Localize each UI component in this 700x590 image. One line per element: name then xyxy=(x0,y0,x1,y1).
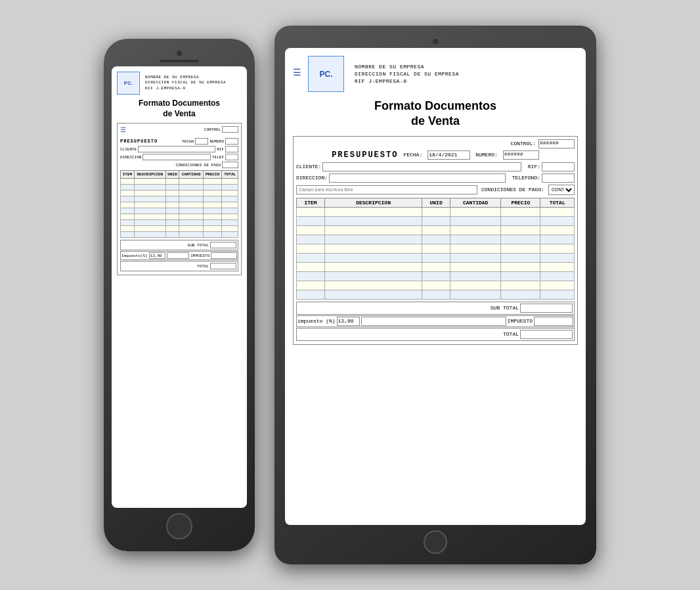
phone-doc-header: PC. NOMBRE DE SU EMPRESA DIRECCION FISCA… xyxy=(117,72,242,95)
tablet-totals: SUB TOTAL impuesto (%) 12,00 IMPUESTO xyxy=(296,302,575,341)
phone-items-table: ITEM DESCRIPCION UNID CANTIDAD PRECIO TO… xyxy=(120,170,238,238)
phone-company-info: NOMBRE DE SU EMPRESA DIRECCION FISCAL DE… xyxy=(145,75,226,91)
phone-doc: PC. NOMBRE DE SU EMPRESA DIRECCION FISCA… xyxy=(112,66,247,283)
table-row xyxy=(297,235,575,244)
phone-col-total: TOTAL xyxy=(222,171,238,179)
table-row xyxy=(297,244,575,253)
tablet-imp-total-input[interactable] xyxy=(534,317,573,326)
tablet-impuesto-row: impuesto (%) 12,00 IMPUESTO xyxy=(296,315,575,327)
phone-menu-icon[interactable]: ☰ xyxy=(120,126,126,134)
phone-subtotal-input[interactable] xyxy=(210,242,236,248)
tablet-total-input[interactable] xyxy=(520,330,573,339)
tablet-camera xyxy=(433,39,438,44)
phone-telef-input[interactable] xyxy=(225,154,238,160)
phone-imp-value-input[interactable] xyxy=(167,252,190,259)
phone-doc-title: Formato Documentos de Venta xyxy=(117,99,242,119)
table-row xyxy=(297,262,575,271)
tablet-top-bar: ☰ PC. NOMBRE DE SU EMPRESA DIRECCION FIS… xyxy=(293,56,578,92)
phone-cliente-row: CLIENTE RIF xyxy=(120,146,238,152)
tablet-col-desc: DESCRIPCION xyxy=(325,198,422,207)
table-row xyxy=(121,196,238,202)
phone-form: ☰ CONTROL PRESUPUESTO FECHA NUMERO xyxy=(117,123,242,275)
phone-total-row: TOTAL xyxy=(120,261,238,271)
phone-col-item: ITEM xyxy=(121,171,135,179)
tablet-fecha-input[interactable]: 18/4/2021 xyxy=(427,150,470,160)
tablet-company-info: NOMBRE DE SU EMPRESA DIRECCION FISCAL DE… xyxy=(355,63,459,85)
tablet-presupuesto-label: PRESUPUESTO xyxy=(332,150,398,160)
tablet-col-precio: PRECIO xyxy=(501,198,540,207)
table-row xyxy=(121,232,238,238)
table-row xyxy=(121,185,238,191)
phone-total-input[interactable] xyxy=(210,263,236,269)
tablet-form: CONTROL: ###### PRESUPUESTO FECHA: 18/4/… xyxy=(293,136,578,345)
tablet-imp-value-input[interactable] xyxy=(361,317,506,326)
phone-camera xyxy=(177,51,182,56)
table-row xyxy=(121,191,238,196)
table-row xyxy=(121,208,238,214)
phone-presupuesto-label: PRESUPUESTO xyxy=(120,139,158,144)
phone-speaker xyxy=(160,60,199,62)
table-row xyxy=(297,225,575,235)
tablet-total-row: TOTAL xyxy=(296,328,575,341)
tablet-cliente-input[interactable] xyxy=(322,162,521,171)
tablet-direccion-input[interactable] xyxy=(329,173,506,183)
phone-control-input[interactable] xyxy=(222,126,238,133)
phone-col-unid: UNID xyxy=(165,171,179,179)
table-row xyxy=(121,214,238,220)
phone-screen: PC. NOMBRE DE SU EMPRESA DIRECCION FISCA… xyxy=(112,66,247,508)
phone-numero-input[interactable] xyxy=(225,138,238,145)
table-row xyxy=(297,290,575,299)
phone-subtotal-row: SUB TOTAL xyxy=(120,240,238,250)
tablet-cliente-row: CLIENTE: RIF: xyxy=(296,162,575,171)
phone-col-precio: PRECIO xyxy=(203,171,222,179)
tablet-subtotal-input[interactable] xyxy=(520,304,573,313)
tablet-direccion-row: DIRECCION: TELEFONO: xyxy=(296,173,575,183)
phone-rif-input[interactable] xyxy=(225,146,238,152)
tablet-condiciones-select[interactable]: CONT CRED xyxy=(548,185,575,195)
tablet-rif-input[interactable] xyxy=(542,162,575,171)
tablet-control-input[interactable]: ###### xyxy=(538,139,575,148)
tablet-screen: ☰ PC. NOMBRE DE SU EMPRESA DIRECCION FIS… xyxy=(285,48,586,525)
phone-logo: PC. xyxy=(117,72,140,95)
tablet-col-total: TOTAL xyxy=(540,198,575,207)
phone-cliente-input[interactable] xyxy=(138,146,215,152)
phone-impuesto-row: Impuesto(%) 12,00 IMPUESTO xyxy=(120,251,238,260)
tablet-items-table: ITEM DESCRIPCION UNID CANTIDAD PRECIO TO… xyxy=(296,198,575,300)
tablet-menu-icon[interactable]: ☰ xyxy=(293,67,301,78)
phone-totals: SUB TOTAL Impuesto(%) 12,00 IMPUESTO xyxy=(120,240,238,271)
phone-imp-pct-input[interactable]: 12,00 xyxy=(149,252,165,259)
table-row xyxy=(297,207,575,216)
tablet-subtotal-row: SUB TOTAL xyxy=(296,302,575,315)
phone-direccion-input[interactable] xyxy=(142,154,211,160)
tablet-doc-title: Formato Documentos de Venta xyxy=(293,99,578,129)
table-row xyxy=(297,253,575,262)
table-row xyxy=(297,216,575,225)
phone-fecha-input[interactable] xyxy=(195,138,208,145)
tablet-home-button[interactable] xyxy=(424,530,447,554)
table-row xyxy=(121,179,238,185)
table-row xyxy=(121,226,238,232)
phone-direccion-row: DIRECCION TELEF xyxy=(120,154,238,160)
table-row xyxy=(297,281,575,290)
table-row xyxy=(297,271,575,281)
tablet-col-cant: CANTIDAD xyxy=(450,198,501,207)
phone-imp-total-input[interactable] xyxy=(211,252,237,259)
tablet-doc: ☰ PC. NOMBRE DE SU EMPRESA DIRECCION FIS… xyxy=(285,48,586,355)
table-row xyxy=(121,202,238,208)
phone-home-button[interactable] xyxy=(166,513,192,539)
tablet-imp-pct-input[interactable]: 12,00 xyxy=(337,317,360,326)
table-row xyxy=(121,220,238,226)
tablet-device: ☰ PC. NOMBRE DE SU EMPRESA DIRECCION FIS… xyxy=(274,26,596,564)
tablet-numero-input[interactable]: ###### xyxy=(503,150,539,160)
tablet-logo: PC. xyxy=(308,56,344,92)
phone-condiciones-input[interactable] xyxy=(222,162,238,168)
phone-col-cant: CANTIDAD xyxy=(179,171,203,179)
phone-device: PC. NOMBRE DE SU EMPRESA DIRECCION FISCA… xyxy=(104,39,255,551)
tablet-telefono-input[interactable] xyxy=(542,173,575,183)
tablet-libre-input[interactable] xyxy=(296,185,477,194)
tablet-col-item: ITEM xyxy=(297,198,325,207)
tablet-col-unid: UNID xyxy=(422,198,450,207)
phone-col-desc: DESCRIPCION xyxy=(134,171,165,179)
